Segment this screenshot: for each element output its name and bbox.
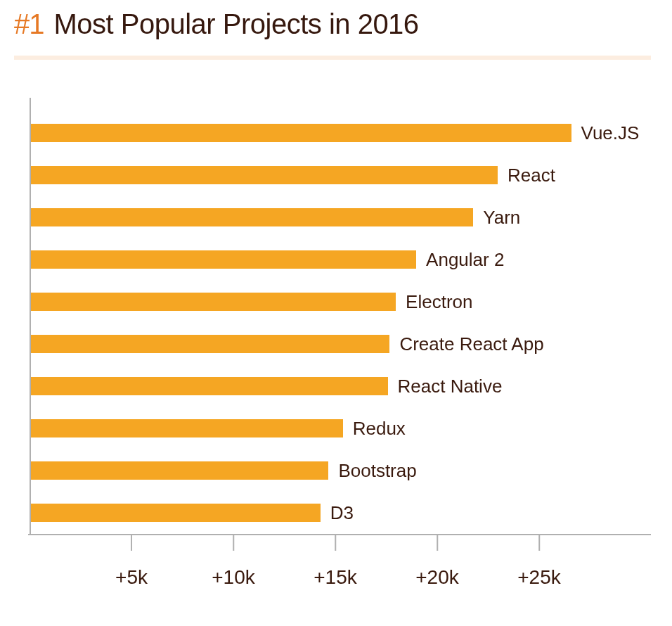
- bar-row: Bootstrap: [31, 449, 651, 492]
- tick-mark: [335, 535, 336, 551]
- bar-row: D3: [31, 492, 651, 534]
- tick-label: +20k: [415, 566, 459, 589]
- bar-label: React: [508, 165, 555, 186]
- axis-tick: +10k: [212, 535, 255, 589]
- bar-row: React: [31, 154, 651, 196]
- tick-label: +5k: [115, 566, 148, 589]
- chart-title-row: #1 Most Popular Projects in 2016: [14, 8, 651, 40]
- tick-label: +25k: [517, 566, 561, 589]
- bar-row: Angular 2: [31, 238, 651, 281]
- tick-mark: [29, 535, 30, 551]
- plot-area: Vue.JSReactYarnAngular 2ElectronCreate R…: [30, 98, 651, 534]
- tick-label: +15k: [314, 566, 357, 589]
- bar-chart: Vue.JSReactYarnAngular 2ElectronCreate R…: [14, 98, 651, 585]
- axis-tick: [29, 535, 30, 566]
- tick-mark: [437, 535, 438, 551]
- bar-label: Bootstrap: [338, 460, 416, 482]
- tick-mark: [233, 535, 234, 551]
- bar: [31, 208, 473, 226]
- bar: [31, 250, 416, 269]
- bar-row: Redux: [31, 407, 651, 449]
- bar-label: Electron: [406, 291, 472, 313]
- bar-row: Yarn: [31, 196, 651, 238]
- bar: [31, 377, 388, 395]
- bar: [31, 419, 343, 437]
- bar-row: Electron: [31, 281, 651, 323]
- rank-badge: #1: [14, 8, 44, 40]
- chart-title: Most Popular Projects in 2016: [54, 8, 419, 40]
- bar-label: Redux: [353, 418, 406, 440]
- bar: [31, 461, 328, 480]
- axis-tick: +20k: [415, 535, 459, 589]
- bar-row: Create React App: [31, 323, 651, 365]
- bar-row: Vue.JS: [31, 112, 651, 154]
- tick-label: +10k: [212, 566, 255, 589]
- bar-label: D3: [330, 502, 354, 524]
- bar-label: Yarn: [483, 207, 520, 229]
- axis-tick: +25k: [517, 535, 561, 589]
- bar: [31, 335, 389, 353]
- bar-row: React Native: [31, 365, 651, 407]
- tick-mark: [538, 535, 540, 551]
- axis-tick: +5k: [115, 535, 148, 589]
- bar: [31, 124, 571, 142]
- page: #1 Most Popular Projects in 2016 Vue.JSR…: [0, 0, 672, 606]
- axis-tick: +15k: [314, 535, 357, 589]
- bar-label: Angular 2: [426, 249, 504, 271]
- divider: [14, 56, 651, 60]
- bar-label: Vue.JS: [581, 122, 640, 144]
- bar: [31, 166, 498, 184]
- bar-label: React Native: [398, 376, 503, 397]
- bar-label: Create React App: [399, 333, 543, 355]
- x-axis: +5k+10k+15k+20k+25k: [30, 534, 651, 585]
- tick-mark: [131, 535, 132, 551]
- bar: [31, 293, 396, 311]
- bar: [31, 504, 321, 522]
